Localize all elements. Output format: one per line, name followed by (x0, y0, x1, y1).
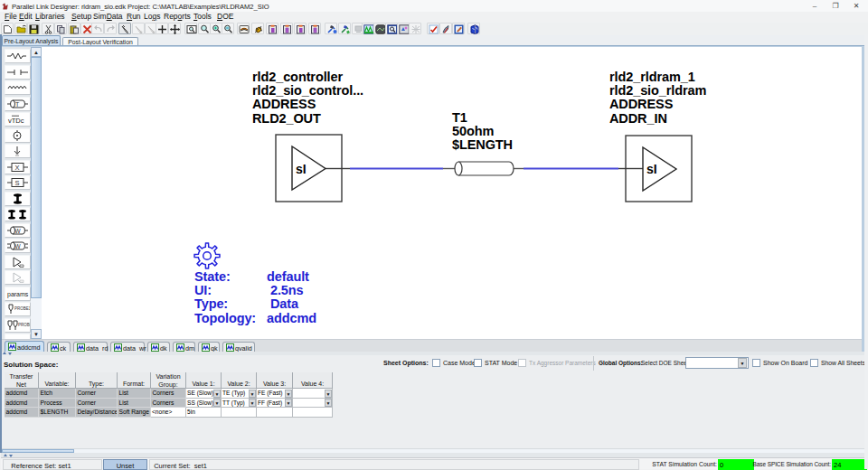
svg-text:T: T (15, 101, 20, 108)
svg-text:PROBE2: PROBE2 (18, 323, 30, 327)
svg-text:vTDc: vTDc (8, 117, 24, 125)
svg-text:params: params (7, 291, 29, 298)
svg-text:W: W (15, 227, 22, 233)
svg-text:W: W (15, 243, 22, 249)
svg-text:PROBE1: PROBE1 (14, 306, 30, 311)
svg-text:X: X (15, 164, 20, 172)
svg-text:sI: sI (296, 162, 307, 176)
svg-text:S: S (15, 179, 20, 187)
svg-text:sI: sI (646, 162, 657, 176)
